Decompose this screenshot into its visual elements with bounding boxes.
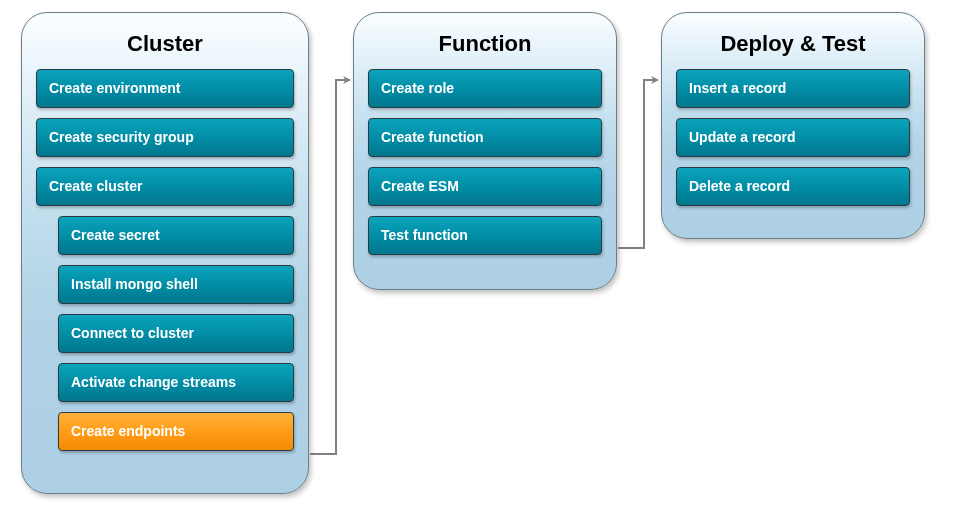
steps-cluster: Create environment Create security group… [36,69,294,451]
diagram-canvas: Cluster Create environment Create securi… [0,0,965,505]
step-activate-change-streams: Activate change streams [58,363,294,402]
arrow-cluster-to-function [310,80,349,454]
step-delete-a-record: Delete a record [676,167,910,206]
panel-cluster: Cluster Create environment Create securi… [21,12,309,494]
steps-deploy-test: Insert a record Update a record Delete a… [676,69,910,206]
step-insert-a-record: Insert a record [676,69,910,108]
step-test-function: Test function [368,216,602,255]
steps-function: Create role Create function Create ESM T… [368,69,602,255]
panel-title-function: Function [368,31,602,57]
step-create-esm: Create ESM [368,167,602,206]
panel-title-cluster: Cluster [36,31,294,57]
step-create-endpoints: Create endpoints [58,412,294,451]
step-connect-to-cluster: Connect to cluster [58,314,294,353]
panel-title-deploy-test: Deploy & Test [676,31,910,57]
panel-deploy-test: Deploy & Test Insert a record Update a r… [661,12,925,239]
step-create-role: Create role [368,69,602,108]
step-update-a-record: Update a record [676,118,910,157]
step-create-secret: Create secret [58,216,294,255]
step-create-cluster: Create cluster [36,167,294,206]
arrow-function-to-deploy [618,80,657,248]
step-create-function: Create function [368,118,602,157]
panel-function: Function Create role Create function Cre… [353,12,617,290]
step-create-environment: Create environment [36,69,294,108]
step-install-mongo-shell: Install mongo shell [58,265,294,304]
step-create-security-group: Create security group [36,118,294,157]
